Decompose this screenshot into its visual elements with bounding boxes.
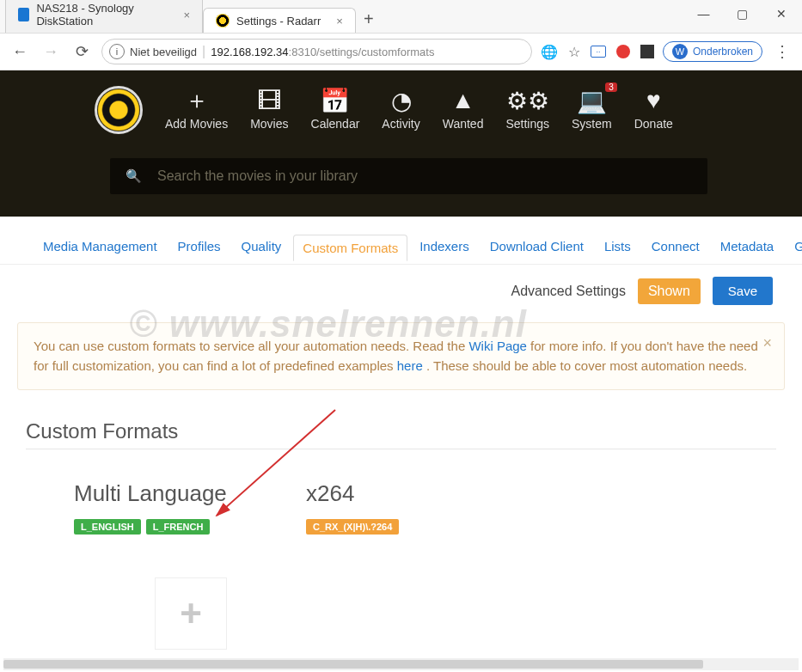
tab-close-icon[interactable]: × [328,15,343,27]
subtab-metadata[interactable]: Metadata [712,234,783,260]
nav-activity[interactable]: ◔ Activity [382,86,419,131]
calendar-icon: 📅 [311,86,360,115]
card-title: x264 [306,480,478,507]
avatar: W [672,44,688,59]
film-icon: 🎞 [250,86,288,115]
section-title: Custom Formats [26,419,776,449]
custom-format-card[interactable]: x264 C_RX_(X|H)\.?264 [306,480,478,535]
reload-button[interactable]: ⟳ [70,42,93,61]
radarr-favicon [216,14,230,27]
nav-calendar[interactable]: 📅 Calendar [311,86,360,131]
gears-icon: ⚙⚙ [505,86,549,115]
wiki-link[interactable]: Wiki Page [468,339,527,353]
browser-tab-active[interactable]: Settings - Radarr × [203,8,356,33]
search-icon: 🔍 [126,168,142,184]
subtab-custom-formats[interactable]: Custom Formats [293,235,407,261]
forward-button[interactable]: → [40,43,62,61]
browser-tab-inactive[interactable]: NAS218 - Synology DiskStation × [5,0,203,33]
profile-label: Onderbroken [693,46,753,58]
subtab-indexers[interactable]: Indexers [411,234,478,260]
app-header: ＋ Add Movies 🎞 Movies 📅 Calendar ◔ Activ… [0,70,802,217]
window-minimize[interactable]: — [684,2,723,26]
extension-icons: 🌐 ☆ ·· [541,44,654,60]
settings-subtabs: Media Management Profiles Quality Custom… [0,217,802,265]
address-bar[interactable]: i Niet beveiligd | 192.168.192.34:8310/s… [101,39,532,64]
library-search[interactable]: 🔍 [110,158,707,194]
subtab-profiles[interactable]: Profiles [169,234,230,260]
radarr-logo[interactable] [95,86,143,134]
save-button[interactable]: Save [713,277,773,305]
browser-toolbar: ← → ⟳ i Niet beveiligd | 192.168.192.34:… [0,33,802,70]
info-banner: × You can use custom formats to service … [17,322,785,390]
advanced-settings-label: Advanced Settings [511,284,625,299]
security-label: Niet beveiligd [130,46,197,58]
add-format-card[interactable]: + [155,577,227,650]
site-info-icon[interactable]: i [109,44,125,59]
tab-close-icon[interactable]: × [174,9,190,21]
window-close[interactable]: ✕ [762,2,800,26]
url-text: 192.168.192.34:8310/settings/customforma… [211,46,434,58]
profile-chip[interactable]: W Onderbroken [663,41,762,62]
heart-icon: ♥ [634,86,673,115]
warning-icon: ▲ [443,86,484,115]
nav-settings[interactable]: ⚙⚙ Settings [505,86,549,131]
advanced-toggle[interactable]: Shown [638,278,701,304]
kebab-menu[interactable]: ⋮ [771,42,793,61]
extension-icon[interactable]: ·· [591,46,606,58]
subtab-quality[interactable]: Quality [233,234,291,260]
format-tag: L_ENGLISH [74,519,141,535]
custom-format-card[interactable]: Multi Language L_ENGLISH L_FRENCH [74,480,246,535]
browser-tabstrip: NAS218 - Synology DiskStation × Settings… [0,0,802,33]
translate-icon[interactable]: 🌐 [541,44,558,60]
examples-link[interactable]: here [397,358,423,373]
format-tag: L_FRENCH [146,519,211,535]
scrollbar-thumb[interactable] [3,660,703,669]
nav-wanted[interactable]: ▲ Wanted [443,86,484,131]
tab-title: NAS218 - Synology DiskStation [36,2,168,27]
page-content: Media Management Profiles Quality Custom… [0,217,802,672]
bookmark-star-icon[interactable]: ☆ [568,44,580,60]
tab-title: Settings - Radarr [236,15,321,27]
adblock-icon[interactable] [616,45,630,58]
format-tag: C_RX_(X|H)\.?264 [306,519,399,535]
subtab-lists[interactable]: Lists [596,234,640,260]
new-tab-button[interactable]: + [356,9,382,33]
laptop-icon: 💻 [572,86,612,115]
subtab-general[interactable]: Gen [786,234,802,260]
horizontal-scrollbar[interactable] [3,658,799,670]
close-icon[interactable]: × [762,332,772,355]
plus-icon: ＋ [165,86,228,115]
gmail-icon[interactable] [640,45,654,58]
nav-movies[interactable]: 🎞 Movies [250,86,288,131]
plus-icon: + [180,592,202,635]
subtab-connect[interactable]: Connect [643,234,708,260]
back-button[interactable]: ← [9,43,31,61]
nav-donate[interactable]: ♥ Donate [634,86,673,131]
card-title: Multi Language [74,480,246,507]
dsm-favicon [18,8,29,21]
nav-system[interactable]: 💻 System [572,86,612,131]
window-maximize[interactable]: ▢ [723,2,762,26]
search-input[interactable] [157,168,692,184]
clock-icon: ◔ [382,86,419,115]
subtab-download-client[interactable]: Download Client [481,234,592,260]
subtab-media-management[interactable]: Media Management [34,234,166,260]
nav-add-movies[interactable]: ＋ Add Movies [165,86,228,131]
